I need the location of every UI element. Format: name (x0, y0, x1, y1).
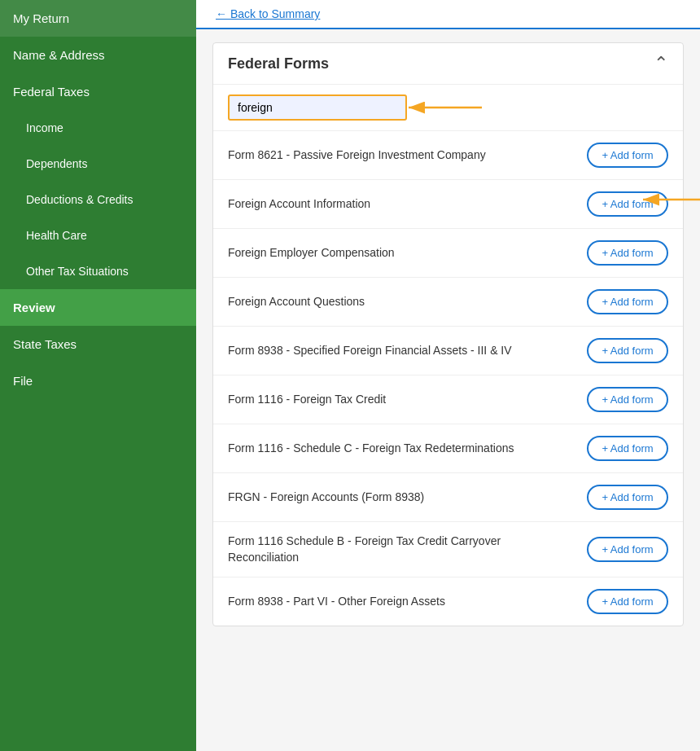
panel-title: Federal Forms (228, 55, 329, 72)
back-link[interactable]: ← Back to Summary (216, 7, 320, 20)
form-name-foreign-account-info: Foreign Account Information (228, 196, 587, 213)
sidebar-item-name-address[interactable]: Name & Address (0, 37, 196, 73)
sidebar-item-health-care[interactable]: Health Care (0, 217, 196, 253)
form-name-form-1116-schedule-b: Form 1116 Schedule B - Foreign Tax Credi… (228, 534, 587, 565)
form-name-foreign-account-questions: Foreign Account Questions (228, 294, 587, 310)
form-rows-container: Form 8621 - Passive Foreign Investment C… (213, 131, 683, 626)
form-name-form-1116-schedule-c: Form 1116 - Schedule C - Foreign Tax Red… (228, 441, 587, 457)
federal-forms-panel: Federal Forms ⌃ Form 8621 - Passive For (212, 42, 684, 626)
form-row-form-1116: Form 1116 - Foreign Tax Credit+ Add form (213, 376, 683, 424)
search-container (213, 85, 683, 131)
form-row-form-8938-part-vi: Form 8938 - Part VI - Other Foreign Asse… (213, 578, 683, 626)
sidebar-item-dependents[interactable]: Dependents (0, 146, 196, 182)
sidebar-item-my-return[interactable]: My Return (0, 0, 196, 37)
form-name-form-8938-part-vi: Form 8938 - Part VI - Other Foreign Asse… (228, 594, 587, 610)
add-form-button-form-1116-schedule-c[interactable]: + Add form (587, 436, 668, 461)
form-name-form-8621: Form 8621 - Passive Foreign Investment C… (228, 147, 587, 164)
sidebar-item-state-taxes[interactable]: State Taxes (0, 326, 196, 362)
search-input[interactable] (228, 94, 407, 121)
form-row-form-8621: Form 8621 - Passive Foreign Investment C… (213, 131, 683, 180)
panel-header: Federal Forms ⌃ (213, 43, 683, 85)
panel-collapse-button[interactable]: ⌃ (654, 55, 668, 72)
form-name-form-8938: Form 8938 - Specified Foreign Financial … (228, 343, 587, 359)
add-form-button-form-8621[interactable]: + Add form (587, 143, 668, 168)
add-form-button-foreign-employer-comp[interactable]: + Add form (587, 240, 668, 266)
form-row-foreign-account-info: Foreign Account Information+ Add form (213, 180, 683, 229)
form-row-foreign-employer-comp: Foreign Employer Compensation+ Add form (213, 229, 683, 278)
form-name-frgn-form-8938: FRGN - Foreign Accounts (Form 8938) (228, 490, 587, 506)
form-name-foreign-employer-comp: Foreign Employer Compensation (228, 245, 587, 261)
add-form-button-foreign-account-questions[interactable]: + Add form (587, 289, 668, 314)
add-form-button-foreign-account-info[interactable]: + Add form (587, 191, 668, 217)
form-name-form-1116: Form 1116 - Foreign Tax Credit (228, 392, 587, 408)
form-row-form-1116-schedule-b: Form 1116 Schedule B - Foreign Tax Credi… (213, 522, 683, 578)
form-row-form-1116-schedule-c: Form 1116 - Schedule C - Foreign Tax Red… (213, 424, 683, 473)
add-form-button-frgn-form-8938[interactable]: + Add form (587, 485, 668, 510)
top-bar: ← Back to Summary (196, 0, 700, 29)
sidebar-item-other-tax-situations[interactable]: Other Tax Situations (0, 253, 196, 289)
sidebar-item-income[interactable]: Income (0, 110, 196, 146)
add-form-button-form-8938[interactable]: + Add form (587, 338, 668, 363)
sidebar-item-deductions-credits[interactable]: Deductions & Credits (0, 182, 196, 217)
sidebar-item-file[interactable]: File (0, 362, 196, 399)
search-arrow-annotation (400, 95, 490, 120)
add-form-button-form-8938-part-vi[interactable]: + Add form (587, 589, 668, 614)
form-row-frgn-form-8938: FRGN - Foreign Accounts (Form 8938)+ Add… (213, 473, 683, 522)
add-form-button-form-1116-schedule-b[interactable]: + Add form (587, 537, 668, 562)
add-form-button-form-1116[interactable]: + Add form (587, 387, 668, 412)
form-row-form-8938: Form 8938 - Specified Foreign Financial … (213, 327, 683, 376)
main-content: ← Back to Summary Federal Forms ⌃ (196, 0, 700, 751)
form-row-foreign-account-questions: Foreign Account Questions+ Add form (213, 278, 683, 327)
sidebar: My ReturnName & AddressFederal TaxesInco… (0, 0, 196, 751)
sidebar-item-federal-taxes[interactable]: Federal Taxes (0, 73, 196, 110)
sidebar-item-review[interactable]: Review (0, 289, 196, 326)
